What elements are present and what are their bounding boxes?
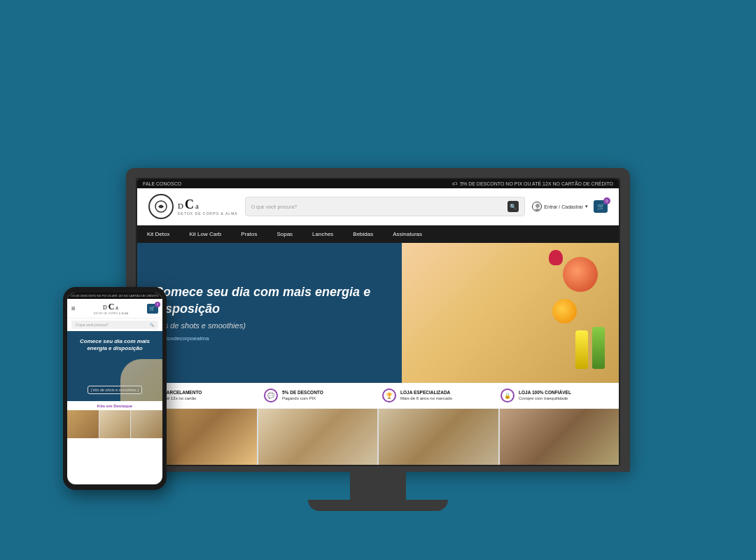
phone-search-icon[interactable]: 🔍 (150, 323, 154, 327)
phone-product-thumb-1[interactable] (67, 410, 99, 438)
monitor-stand-base (308, 500, 448, 511)
phone-hero-subtitle: { kits de shots e smoothies } (88, 386, 142, 394)
cart-button[interactable]: 🛒 0 (594, 200, 608, 213)
search-bar[interactable]: O que você procura? 🔍 (245, 197, 526, 216)
hero-subtitle: (kits de shots e smoothies) (154, 321, 385, 330)
phone-top-bar: 5% DE DESCONTO NO PIX OU ATÉ 12X NO CART… (67, 293, 162, 299)
phone-screen: 5% DE DESCONTO NO PIX OU ATÉ 12X NO CART… (67, 293, 162, 484)
orange-decoration (552, 299, 577, 323)
user-avatar-icon (533, 202, 542, 211)
nav-item-sopas[interactable]: Sopas (267, 225, 302, 243)
product-thumb-3[interactable] (379, 409, 498, 465)
desconto-icon: 💬 (264, 388, 278, 402)
logo-text: DCa (178, 198, 238, 211)
bottle-green-decoration (592, 327, 605, 369)
logo-circle (148, 194, 174, 219)
feature-especializada: 🏆 LOJA ESPECIALIZADA Mais de 6 anos no m… (379, 388, 495, 402)
confiavel-icon: 🔒 (500, 388, 514, 402)
nav-item-kit-detox[interactable]: Kit Detox (137, 225, 179, 243)
cart-badge: 0 (603, 197, 610, 204)
parcelamento-text: PARCELAMENTO até 12x no cartão (164, 389, 202, 401)
desktop-monitor: FALE CONOSCO 🏷 5% DE DESCONTO NO PIX OU … (126, 168, 630, 511)
scene: FALE CONOSCO 🏷 5% DE DESCONTO NO PIX OU … (42, 28, 714, 532)
phone-hero-title: Comece seu dia com mais energia e dispos… (73, 338, 157, 353)
bottle-yellow-decoration (575, 330, 588, 369)
promo-icon: 🏷 (452, 181, 457, 186)
phone-cart-button[interactable]: 🛒 0 (147, 304, 158, 314)
product-thumb-4[interactable] (500, 409, 620, 465)
nav-item-bebidas[interactable]: Bebidas (343, 225, 383, 243)
nav-item-lanches[interactable]: Lanches (302, 225, 343, 243)
search-placeholder: O que você procura? (251, 204, 297, 209)
hero-image (402, 243, 619, 383)
main-nav: Kit Detox Kit Low Carb Pratos Sopas Lanc… (137, 225, 619, 243)
phone-promo-text: 5% DE DESCONTO NO PIX OU ATÉ 12X NO CART… (71, 294, 158, 298)
phone-hero-image (120, 359, 162, 401)
hero-banner: Comece seu dia com mais energia e dispos… (137, 243, 619, 383)
hamburger-icon[interactable]: ≡ (71, 304, 76, 312)
site-header: DCa DETOX DE CORPO & ALMA O que você pro… (137, 188, 619, 225)
logo-area: DCa DETOX DE CORPO & ALMA (148, 194, 238, 219)
hero-text-area: Comece seu dia com mais energia e dispos… (137, 243, 402, 383)
features-bar: 💳 PARCELAMENTO até 12x no cartão 💬 5% DE… (137, 383, 619, 409)
chevron-down-icon: ▾ (585, 204, 588, 209)
monitor-stand-neck (350, 472, 406, 500)
nav-item-kit-low-carb[interactable]: Kit Low Carb (179, 225, 231, 243)
confiavel-text: LOJA 100% CONFIÁVEL Compre com tranquili… (519, 389, 571, 401)
phone-featured-section: Kits em Destaque (67, 401, 162, 410)
feature-confiavel: 🔒 LOJA 100% CONFIÁVEL Compre com tranqui… (498, 388, 613, 402)
phone-logo-text: DCa (94, 302, 128, 312)
feature-desconto: 💬 5% DE DESCONTO Pagando com PIX (261, 388, 377, 402)
top-bar: FALE CONOSCO 🏷 5% DE DESCONTO NO PIX OU … (137, 179, 619, 188)
phone-product-thumb-3[interactable] (131, 410, 162, 438)
phone-logo-sub: DETOX DE CORPO & ALMA (94, 312, 128, 315)
logo-subtitle: DETOX DE CORPO & ALMA (178, 211, 238, 216)
grapefruit-decoration (563, 257, 598, 292)
phone-search-bar[interactable]: O que você procura? 🔍 (71, 321, 158, 329)
phone-search-placeholder: O que você procura? (76, 323, 108, 327)
user-account[interactable]: Entrar / Cadastrar ▾ (532, 202, 588, 211)
phone-logo-area: DCa DETOX DE CORPO & ALMA (94, 302, 128, 315)
especializada-text: LOJA ESPECIALIZADA Mais de 6 anos no mer… (400, 389, 452, 401)
desconto-text: 5% DE DESCONTO Pagando com PIX (282, 389, 323, 401)
hero-social-handle: @detoxdecorpoealma (154, 335, 385, 342)
phone-featured-title: Kits em Destaque (71, 404, 158, 408)
mobile-phone: 5% DE DESCONTO NO PIX OU ATÉ 12X NO CART… (63, 287, 167, 490)
nav-item-assinaturas[interactable]: Assinaturas (383, 225, 432, 243)
user-icon (532, 202, 542, 211)
header-actions: Entrar / Cadastrar ▾ 🛒 0 (532, 200, 608, 213)
phone-header: ≡ DCa DETOX DE CORPO & ALMA 🛒 0 (67, 299, 162, 318)
strawberry-decoration (549, 250, 563, 265)
phone-hero-banner: Comece seu dia com mais energia e dispos… (67, 331, 162, 401)
monitor-bezel: FALE CONOSCO 🏷 5% DE DESCONTO NO PIX OU … (126, 168, 630, 472)
svg-point-2 (534, 209, 541, 211)
phone-product-thumb-2[interactable] (99, 410, 131, 438)
svg-point-1 (536, 204, 540, 208)
product-thumbnails-row (137, 409, 619, 465)
search-button[interactable]: 🔍 (507, 201, 519, 212)
promo-text: 5% DE DESCONTO NO PIX OU ATÉ 12X NO CART… (460, 181, 613, 186)
cart-icon: 🛒 0 (594, 200, 608, 213)
hero-title: Comece seu dia com mais energia e dispos… (154, 284, 385, 317)
especializada-icon: 🏆 (382, 388, 396, 402)
phone-cart-badge: 0 (155, 302, 160, 307)
user-label[interactable]: Entrar / Cadastrar (544, 204, 583, 209)
promo-bar: 🏷 5% DE DESCONTO NO PIX OU ATÉ 12X NO CA… (452, 181, 613, 186)
phone-product-thumbnails (67, 410, 162, 438)
monitor-screen: FALE CONOSCO 🏷 5% DE DESCONTO NO PIX OU … (136, 178, 620, 466)
logo-icon (155, 200, 167, 213)
product-thumb-2[interactable] (258, 409, 378, 465)
nav-item-pratos[interactable]: Pratos (231, 225, 267, 243)
contact-label[interactable]: FALE CONOSCO (143, 181, 181, 186)
